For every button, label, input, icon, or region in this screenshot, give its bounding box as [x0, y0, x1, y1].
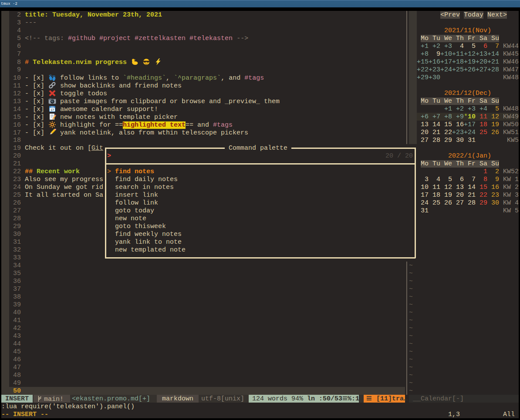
svg-text:17: 17 [51, 108, 54, 111]
svg-text:July: July [51, 106, 54, 108]
